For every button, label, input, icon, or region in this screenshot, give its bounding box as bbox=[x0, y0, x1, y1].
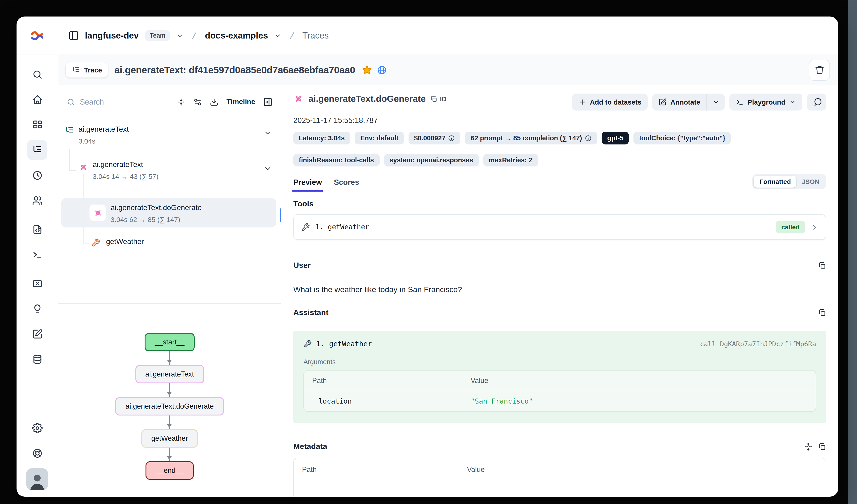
graph-edge bbox=[169, 416, 170, 429]
breadcrumb-section[interactable]: Traces bbox=[302, 31, 329, 40]
traces-icon[interactable] bbox=[27, 140, 47, 160]
expand-rows-icon[interactable] bbox=[804, 442, 812, 451]
user-avatar[interactable] bbox=[26, 468, 48, 490]
search-nav-icon[interactable] bbox=[27, 64, 47, 84]
settings-gear-icon[interactable] bbox=[27, 418, 47, 438]
formatted-toggle[interactable]: Formatted bbox=[754, 176, 796, 188]
prompts-file-code-icon[interactable] bbox=[27, 219, 47, 239]
playground-terminal-icon[interactable] bbox=[27, 244, 47, 265]
langfuse-logo[interactable] bbox=[17, 17, 58, 55]
copy-icon[interactable] bbox=[818, 309, 826, 317]
comments-button[interactable] bbox=[807, 93, 826, 110]
breadcrumb-separator-icon bbox=[287, 31, 297, 40]
desktop-background bbox=[848, 0, 857, 504]
playground-button[interactable]: Playground bbox=[729, 93, 802, 110]
plus-icon bbox=[578, 98, 586, 106]
graph-node-do-generate[interactable]: ai.generateText.doGenerate bbox=[115, 397, 224, 416]
annotation-pen-icon[interactable] bbox=[27, 324, 47, 344]
panel-resize-handle[interactable] bbox=[280, 208, 281, 222]
tool-name: 1. getWeather bbox=[315, 223, 369, 231]
collapse-panel-icon[interactable] bbox=[263, 97, 273, 107]
assistant-heading: Assistant bbox=[293, 308, 329, 317]
breadcrumb: langfuse-dev Team docs-examples Traces bbox=[58, 17, 838, 55]
metadata-value-header: Value bbox=[467, 466, 818, 474]
comment-bubble-icon bbox=[813, 98, 822, 106]
app-window: langfuse-dev Team docs-examples Traces bbox=[17, 17, 838, 497]
token-usage-badge[interactable]: 62 prompt → 85 completion (∑ 147) bbox=[465, 132, 597, 144]
graph-node-end[interactable]: __end__ bbox=[146, 462, 194, 480]
tool-call-panel: 1. getWeather call_DgKARp7a7IhJPDczfifMp… bbox=[293, 331, 826, 423]
wrench-icon bbox=[303, 340, 312, 348]
evaluation-icon[interactable] bbox=[27, 273, 47, 294]
timeline-toggle[interactable]: Timeline bbox=[226, 98, 255, 106]
generation-pinwheel-icon bbox=[293, 93, 304, 104]
sidebar-toggle-icon[interactable] bbox=[68, 30, 79, 41]
trace-tree-icon bbox=[65, 126, 74, 135]
sessions-clock-icon[interactable] bbox=[27, 165, 47, 185]
trace-header-bar: Trace ai.generateText: df41e597d0a85e0d7… bbox=[58, 55, 838, 85]
org-chevron-down-icon[interactable] bbox=[177, 31, 184, 40]
tree-item-name[interactable]: ai.generateText.doGenerate bbox=[111, 204, 202, 212]
preview-scroll-area[interactable]: Tools 1. getWeather called bbox=[293, 192, 826, 497]
copy-id-button[interactable]: ID bbox=[430, 95, 447, 103]
tab-preview[interactable]: Preview bbox=[293, 178, 322, 192]
users-icon[interactable] bbox=[27, 190, 47, 210]
collapse-row-chevron-icon[interactable] bbox=[264, 164, 272, 173]
graph-node-get-weather[interactable]: getWeather bbox=[141, 429, 198, 448]
project-chevron-down-icon[interactable] bbox=[274, 31, 281, 40]
tree-search-input[interactable]: Search bbox=[67, 98, 169, 106]
annotate-dropdown-chevron-icon[interactable] bbox=[707, 93, 725, 110]
tree-item-name[interactable]: getWeather bbox=[106, 238, 144, 246]
add-to-datasets-button[interactable]: Add to datasets bbox=[572, 93, 648, 110]
tab-scores[interactable]: Scores bbox=[334, 178, 359, 192]
detail-tabs: Preview Scores Formatted JSON bbox=[293, 174, 826, 192]
collapse-observations-icon[interactable] bbox=[177, 98, 186, 106]
generation-icon-chip bbox=[89, 205, 106, 221]
tool-called-badge: called bbox=[776, 221, 805, 233]
collapse-row-chevron-icon[interactable] bbox=[264, 128, 272, 137]
delete-trace-button[interactable] bbox=[809, 59, 830, 81]
cost-badge[interactable]: $0.000927 bbox=[408, 132, 460, 144]
datasets-database-icon[interactable] bbox=[27, 349, 47, 369]
trace-type-chip: Trace bbox=[66, 63, 108, 77]
chevron-right-icon bbox=[811, 223, 819, 231]
copy-icon[interactable] bbox=[818, 442, 826, 451]
arg-path: location bbox=[312, 397, 471, 405]
llm-judge-lightbulb-icon[interactable] bbox=[27, 298, 47, 319]
args-value-header: Value bbox=[471, 377, 807, 385]
info-icon bbox=[448, 135, 455, 141]
download-icon[interactable] bbox=[210, 98, 219, 106]
pen-square-icon bbox=[659, 98, 667, 106]
tool-definition-row[interactable]: 1. getWeather called bbox=[293, 214, 826, 240]
graph-edge bbox=[169, 383, 170, 397]
graph-node-start[interactable]: __start__ bbox=[145, 333, 195, 351]
tool-call-name: 1. getWeather bbox=[316, 340, 372, 348]
breadcrumb-org[interactable]: langfuse-dev bbox=[85, 31, 139, 40]
copy-icon[interactable] bbox=[818, 261, 826, 270]
tree-item-name[interactable]: ai.generateText bbox=[93, 160, 143, 169]
top-header: langfuse-dev Team docs-examples Traces bbox=[17, 17, 838, 55]
graph-node-generate-text[interactable]: ai.generateText bbox=[135, 365, 204, 383]
dashboard-icon[interactable] bbox=[27, 115, 47, 135]
tree-toolbar: Search Timeline bbox=[58, 85, 281, 118]
metadata-path-header: Path bbox=[302, 466, 467, 474]
home-icon[interactable] bbox=[27, 89, 47, 110]
system-badge: system: openai.responses bbox=[384, 154, 478, 167]
support-lifebuoy-icon[interactable] bbox=[27, 443, 47, 463]
json-toggle[interactable]: JSON bbox=[796, 176, 825, 188]
wrench-icon bbox=[301, 223, 310, 231]
model-badge[interactable]: gpt-5 bbox=[602, 132, 629, 144]
breadcrumb-project[interactable]: docs-examples bbox=[205, 31, 268, 40]
public-globe-icon[interactable] bbox=[376, 65, 387, 75]
bookmark-star-icon[interactable] bbox=[362, 65, 372, 75]
tree-search-placeholder: Search bbox=[80, 98, 104, 106]
observation-tree-panel: Search Timeline ai.generateText bbox=[58, 85, 281, 497]
terminal-icon bbox=[736, 98, 744, 106]
annotate-split-button: Annotate bbox=[653, 93, 725, 110]
user-heading: User bbox=[293, 261, 311, 270]
tree-item-name[interactable]: ai.generateText bbox=[79, 125, 129, 134]
tree-settings-icon[interactable] bbox=[194, 98, 202, 106]
generation-pinwheel-icon bbox=[79, 162, 88, 172]
observation-tree: ai.generateText 3.04s ai.generateText 3.… bbox=[58, 118, 281, 303]
annotate-button[interactable]: Annotate bbox=[653, 93, 707, 110]
